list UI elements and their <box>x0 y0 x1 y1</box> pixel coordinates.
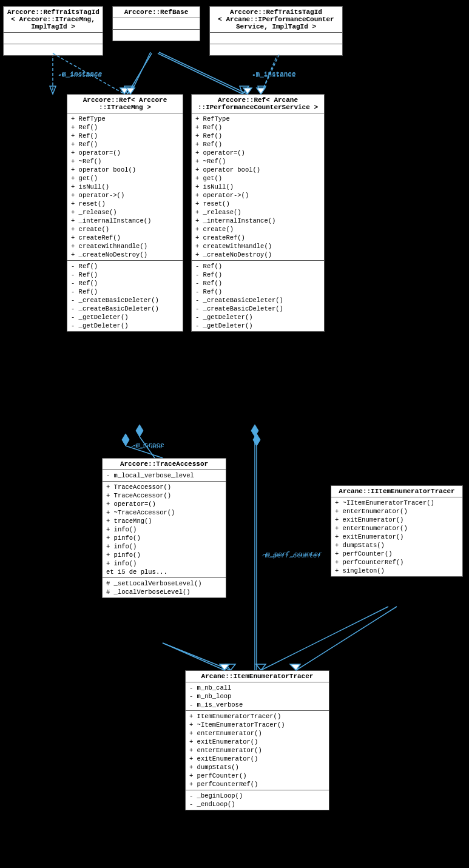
row: + operator->() <box>194 191 322 200</box>
row: + create() <box>194 225 322 234</box>
row: - Ref() <box>70 262 180 271</box>
row: - m_is_verbose <box>188 701 326 709</box>
svg-marker-1 <box>50 86 56 94</box>
row: + perfCounterRef() <box>188 780 326 789</box>
row: + _createNoDestroy() <box>70 251 180 259</box>
svg-line-2 <box>127 53 152 94</box>
row: + exitEnumerator() <box>188 755 326 763</box>
row: + operator=() <box>194 149 322 157</box>
svg-marker-9 <box>136 425 143 437</box>
box-refbase-title: Arccore::RefBase <box>113 7 200 18</box>
row: - _getDeleter() <box>194 321 322 330</box>
row: + createRef() <box>194 234 322 242</box>
row: + info() <box>105 525 223 534</box>
row: + RefType <box>194 115 322 123</box>
box-traceaccessor-title: Arccore::TraceAccessor <box>103 459 226 470</box>
row: + perfCounter() <box>188 772 326 780</box>
svg-marker-13 <box>256 664 266 670</box>
row: + dumpStats() <box>334 541 460 550</box>
row: - _getDeleter() <box>70 321 180 330</box>
box-itemenumeratortracer-title: Arcane::ItemEnumeratorTracer <box>186 671 329 682</box>
row: + createWithHandle() <box>194 242 322 251</box>
box-reftraits-left-title: Arccore::RefTraitsTagId< Arccore::ITrace… <box>4 7 103 33</box>
row: + enterEnumerator() <box>188 729 326 738</box>
row: - Ref() <box>194 271 322 279</box>
row: + _internalInstance() <box>194 217 322 225</box>
svg-line-4 <box>158 53 243 94</box>
box-ref-itracemng-title: Arccore::Ref< Arccore::ITraceMng > <box>67 95 183 113</box>
svg-marker-7 <box>258 86 266 94</box>
row: - Ref() <box>70 288 180 296</box>
row: - m_nb_loop <box>188 692 326 701</box>
svg-marker-11 <box>251 425 258 437</box>
row: - m_local_verbose_level <box>105 471 223 480</box>
box-ref-itracemng: Arccore::Ref< Arccore::ITraceMng > + Ref… <box>67 94 183 332</box>
row: - Ref() <box>70 271 180 279</box>
row: + _createNoDestroy() <box>194 251 322 259</box>
svg-marker-15 <box>226 664 235 670</box>
svg-marker-29 <box>290 664 300 670</box>
box-traceaccessor: Arccore::TraceAccessor - m_local_verbose… <box>102 458 226 598</box>
row: + create() <box>70 225 180 234</box>
row: - _endLoop() <box>188 800 326 809</box>
row: + Ref() <box>194 140 322 149</box>
row: + Ref() <box>194 123 322 132</box>
row: + get() <box>194 174 322 183</box>
row: # _localVerboseLevel() <box>105 588 223 596</box>
row: + isNull() <box>70 183 180 191</box>
box-refbase: Arccore::RefBase <box>112 6 200 41</box>
row: + TraceAccessor() <box>105 483 223 491</box>
row: + Ref() <box>70 140 180 149</box>
svg-line-30 <box>163 643 224 670</box>
svg-marker-31 <box>220 664 229 670</box>
box-reftraits-right-title: Arccore::RefTraitsTagId< Arcane::IPerfor… <box>210 7 342 33</box>
row: + exitEnumerator() <box>334 516 460 524</box>
svg-marker-17 <box>120 88 129 94</box>
row: + dumpStats() <box>188 763 326 772</box>
row: + enterEnumerator() <box>188 746 326 755</box>
box-reftraits-left: Arccore::RefTraitsTagId< Arccore::ITrace… <box>3 6 103 56</box>
box-iitemenumeratortracer: Arcane::IItemEnumeratorTracer + ~IItemEn… <box>331 485 463 577</box>
row: + exitEnumerator() <box>334 533 460 541</box>
row: - _getDeleter() <box>70 313 180 321</box>
row: + TraceAccessor() <box>105 491 223 500</box>
row: + ~Ref() <box>70 157 180 166</box>
svg-line-14 <box>163 643 231 670</box>
row: + createWithHandle() <box>70 242 180 251</box>
svg-marker-26 <box>253 434 260 446</box>
box-ref-iperf: Arccore::Ref< Arcane::IPerformanceCounte… <box>191 94 325 332</box>
row: + ItemEnumeratorTracer() <box>188 712 326 721</box>
svg-marker-5 <box>240 86 249 94</box>
row: + ~TraceAccessor() <box>105 508 223 517</box>
row: + enterEnumerator() <box>334 524 460 533</box>
row: + info() <box>105 559 223 568</box>
row: + ~ItemEnumeratorTracer() <box>188 721 326 729</box>
row: + _release() <box>70 208 180 217</box>
row: + operator->() <box>70 191 180 200</box>
label-m-perf-counter-text: -m_perf_counter <box>262 551 322 558</box>
row: + perfCounter() <box>334 550 460 558</box>
row: + perfCounterRef() <box>334 558 460 567</box>
row: - _createBasicDeleter() <box>70 304 180 313</box>
row: + isNull() <box>194 183 322 191</box>
row: + operator bool() <box>194 166 322 174</box>
row: + ~IItemEnumeratorTracer() <box>334 499 460 507</box>
row: + _internalInstance() <box>70 217 180 225</box>
svg-marker-23 <box>257 88 265 94</box>
svg-marker-19 <box>126 88 135 94</box>
row: - m_nb_call <box>188 684 326 692</box>
box-itemenumeratortracer: Arcane::ItemEnumeratorTracer - m_nb_call… <box>185 670 329 810</box>
row: + Ref() <box>70 123 180 132</box>
row: + singleton() <box>334 567 460 575</box>
row: + operator=() <box>105 500 223 508</box>
svg-marker-21 <box>243 88 252 94</box>
row: + get() <box>70 174 180 183</box>
row: + traceMng() <box>105 517 223 525</box>
row: - _createBasicDeleter() <box>70 296 180 304</box>
row: + exitEnumerator() <box>188 738 326 746</box>
label-m-instance-right-text: -m_instance <box>252 70 296 78</box>
row: + Ref() <box>70 132 180 140</box>
row: - Ref() <box>194 279 322 288</box>
row: + operator=() <box>70 149 180 157</box>
row: + _release() <box>194 208 322 217</box>
